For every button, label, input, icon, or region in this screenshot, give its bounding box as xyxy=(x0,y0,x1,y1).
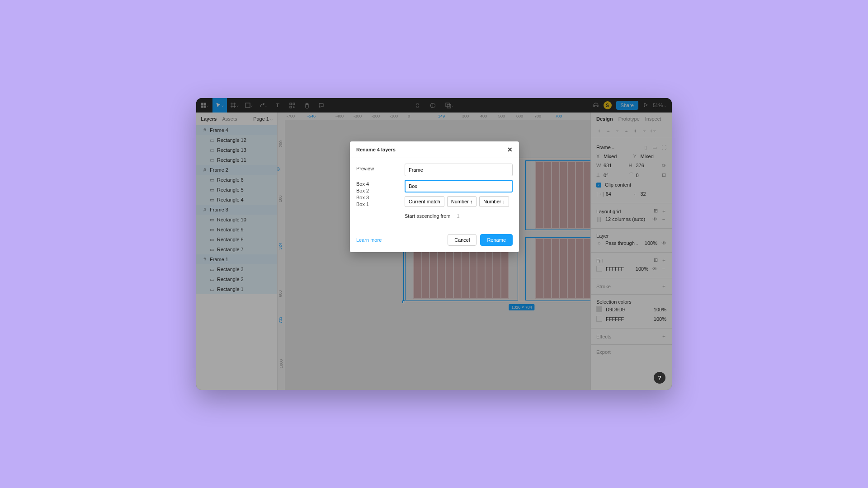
preview-item: Box 1 xyxy=(356,202,399,207)
learn-more-link[interactable]: Learn more xyxy=(356,237,382,243)
preview-item: Box 2 xyxy=(356,188,399,193)
dialog-title: Rename 4 layers xyxy=(356,147,396,152)
rename-to-input[interactable] xyxy=(405,180,513,192)
ascend-value[interactable]: 1 xyxy=(454,211,472,221)
cancel-button[interactable]: Cancel xyxy=(448,234,476,246)
app-window: ⌵ ⌵ ⌵ ⌵ ⌵ T xyxy=(196,98,672,390)
chip-number-ascending[interactable]: Number↑ xyxy=(447,196,477,207)
preview-item: Box 4 xyxy=(356,181,399,187)
help-button[interactable]: ? xyxy=(654,372,665,384)
preview-list: Box 4Box 2Box 3Box 1 xyxy=(356,180,399,207)
chip-number-descending[interactable]: Number↓ xyxy=(479,196,509,207)
ascend-label: Start ascending from xyxy=(405,213,451,219)
preview-label: Preview xyxy=(356,164,399,171)
close-icon[interactable]: ✕ xyxy=(507,146,513,153)
preview-item: Box 3 xyxy=(356,195,399,200)
rename-layers-dialog: Rename 4 layers ✕ Preview Box 4Box 2Box … xyxy=(350,141,519,252)
chip-current-match[interactable]: Current match xyxy=(405,196,444,207)
rename-button[interactable]: Rename xyxy=(480,234,513,246)
match-input[interactable] xyxy=(405,164,513,176)
